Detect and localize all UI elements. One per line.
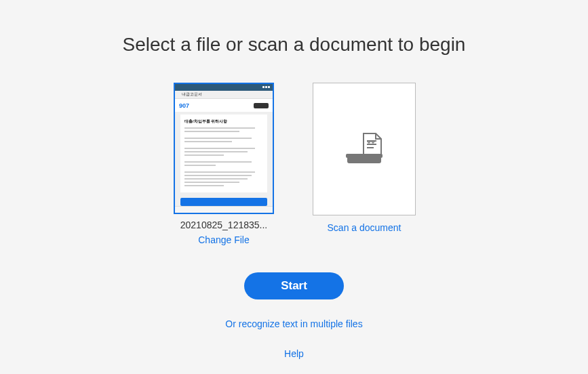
- phone-doc-header: 907: [175, 99, 273, 112]
- phone-doc-heading: 대출/차입부를 위하사항: [184, 119, 263, 125]
- scan-document-label[interactable]: Scan a document: [328, 222, 401, 233]
- phone-status-bar: [175, 84, 273, 91]
- phone-header-pill: [254, 103, 269, 108]
- file-thumbnail[interactable]: 내금고문서 907 대출/차입부를 위하사항: [174, 83, 274, 214]
- svg-rect-2: [367, 147, 374, 148]
- phone-app-titlebar: 내금고문서: [175, 91, 273, 99]
- phone-nav-bar: [175, 206, 273, 213]
- scanner-icon: [343, 132, 385, 166]
- phone-confirm-button: [180, 198, 267, 206]
- help-link[interactable]: Help: [284, 348, 304, 359]
- page-title: Select a file or scan a document to begi…: [123, 34, 466, 56]
- phone-doc-number: 907: [179, 102, 189, 109]
- svg-rect-0: [367, 140, 376, 142]
- scan-option: Scan a document: [313, 83, 416, 245]
- svg-rect-4: [346, 154, 383, 158]
- filename-label: 20210825_121835...: [180, 220, 267, 230]
- multiple-files-link[interactable]: Or recognize text in multiple files: [225, 318, 362, 329]
- option-row: 내금고문서 907 대출/차입부를 위하사항 20210825_121835..…: [172, 83, 416, 245]
- change-file-link[interactable]: Change File: [198, 234, 250, 245]
- phone-doc-body: 대출/차입부를 위하사항: [180, 115, 267, 192]
- file-option: 내금고문서 907 대출/차입부를 위하사항 20210825_121835..…: [172, 83, 275, 245]
- scan-document-box[interactable]: [313, 83, 416, 215]
- start-button[interactable]: Start: [244, 272, 344, 299]
